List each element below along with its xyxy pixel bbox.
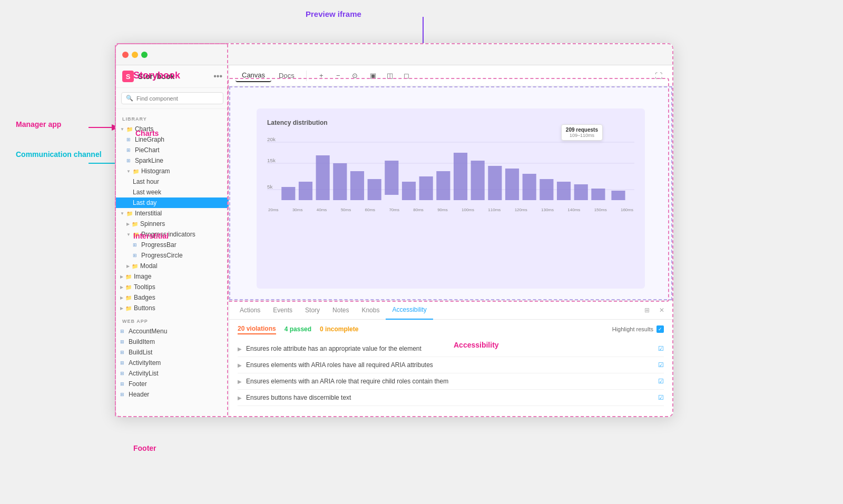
tab-events[interactable]: Events [267,301,299,320]
panel-split-button[interactable]: ⊞ [641,304,653,317]
folder-icon: 📁 [132,221,138,227]
search-input-wrap[interactable]: 🔍 [121,92,223,104]
panel-tab-actions: ⊞ ✕ [641,304,668,317]
sidebar-item-histogram[interactable]: ▼ 📁 Histogram [116,166,229,176]
svg-rect-29 [540,179,553,200]
tab-actions[interactable]: Actions [233,301,267,320]
tab-accessibility[interactable]: Accessibility [386,301,433,320]
passed-badge[interactable]: 4 passed [285,324,311,334]
sidebar-item-last-day[interactable]: Last day [116,197,229,208]
zoom-reset-button[interactable]: ⊙ [348,68,362,83]
close-button[interactable] [122,52,129,58]
folder-icon: 📁 [133,169,139,174]
sidebar-item-linegraph[interactable]: ⊞ LineGraph [116,134,229,145]
component-icon: ⊞ [120,371,126,376]
maximize-button[interactable] [141,52,148,58]
component-icon: ⊞ [126,137,133,142]
chart-tooltip: 209 requests 109–110ms [561,124,603,141]
sidebar-item-header[interactable]: ⊞ Header [116,389,229,400]
svg-rect-19 [368,179,381,200]
zoom-out-button[interactable]: − [331,68,346,83]
highlight-row: Highlight results ✓ [612,325,664,333]
sidebar-item-accountmenu[interactable]: ⊞ AccountMenu [116,326,229,337]
svg-rect-17 [333,163,347,200]
sidebar-item-footer[interactable]: ⊞ Footer [116,379,229,389]
expand-icon[interactable]: ▶ [238,395,242,401]
sidebar-item-charts[interactable]: ▼ 📁 Charts [116,124,229,134]
layout-icon-3[interactable]: ◻ [399,68,414,83]
sidebar-item-label: Image [134,273,151,280]
sidebar-item-buttons[interactable]: ▶ 📁 Buttons [116,303,229,313]
svg-rect-26 [488,166,502,200]
expand-icon[interactable]: ▶ [238,379,242,384]
svg-rect-27 [505,169,519,200]
sidebar-menu-button[interactable]: ••• [213,72,222,81]
sidebar-content: LIBRARY ▼ 📁 Charts ⊞ LineGraph ⊞ PieChar… [116,109,229,416]
sidebar-item-last-week[interactable]: Last week [116,187,229,197]
folder-icon: 📁 [132,263,138,269]
sidebar-item-spinners[interactable]: ▶ 📁 Spinners [116,219,229,229]
layout-icon-2[interactable]: ◫ [383,68,397,83]
component-icon: ⊞ [126,158,133,163]
sidebar-item-image[interactable]: ▶ 📁 Image [116,271,229,282]
sidebar-item-interstitial[interactable]: ▼ 📁 Interstitial [116,208,229,219]
a11y-row-4: ▶ Ensures buttons have discernible text … [238,390,664,406]
sidebar-item-progressbar[interactable]: ⊞ ProgressBar [116,240,229,250]
incomplete-badge[interactable]: 0 incomplete [320,324,358,334]
tab-canvas[interactable]: Canvas [236,69,271,82]
sidebar-item-buildlist[interactable]: ⊞ BuildList [116,347,229,358]
charts-outer-label: Charts [135,129,159,137]
tab-notes[interactable]: Notes [326,301,355,320]
search-icon: 🔍 [126,95,133,102]
a11y-rule-text: Ensures role attribute has an appropriat… [246,345,654,352]
layout-icon-1[interactable]: ▣ [366,68,380,83]
search-input[interactable] [136,95,219,102]
sidebar-item-label: Last day [133,199,156,206]
fullscreen-button[interactable]: ⛶ [651,68,666,83]
sidebar-item-sparkline[interactable]: ⊞ SparkLine [116,155,229,166]
svg-rect-20 [385,161,398,195]
webapp-section-label: WEB APP [116,313,229,326]
component-icon: ⊞ [120,350,126,355]
panel-close-button[interactable]: ✕ [655,304,668,317]
component-icon: ⊞ [133,253,139,258]
sidebar-item-progresscircle[interactable]: ⊞ ProgressCircle [116,250,229,261]
tab-knobs[interactable]: Knobs [355,301,386,320]
component-icon: ⊞ [120,360,126,365]
chevron-icon: ▶ [126,264,130,269]
chevron-icon: ▼ [126,169,131,174]
main-window: S Storybook ••• 🔍 LIBRARY ▼ 📁 Charts [115,43,673,417]
tab-story[interactable]: Story [299,301,326,320]
sidebar-item-label: BuildItem [129,338,155,345]
folder-icon: 📁 [125,284,132,290]
violations-badge[interactable]: 20 violations [238,324,276,334]
sidebar-item-last-hour[interactable]: Last hour [116,176,229,187]
sidebar-item-label: Histogram [141,167,170,175]
search-bar: 🔍 [116,88,229,109]
highlight-checkbox[interactable]: ✓ [656,325,664,333]
sidebar-item-piechart[interactable]: ⊞ PieChart [116,145,229,155]
zoom-in-button[interactable]: + [314,68,329,83]
sidebar-item-modal[interactable]: ▶ 📁 Modal [116,261,229,271]
component-icon: ⊞ [126,147,133,153]
main-area: Canvas Docs + − ⊙ ▣ ◫ ◻ ⛶ [229,65,672,416]
sidebar-item-activitylist[interactable]: ⊞ ActivityList [116,368,229,379]
minimize-button[interactable] [132,52,138,58]
accessibility-outer-label: Accessibility [454,341,499,349]
sidebar-item-builditem[interactable]: ⊞ BuildItem [116,337,229,347]
tab-docs[interactable]: Docs [272,70,301,82]
traffic-lights [122,52,148,58]
svg-text:15k: 15k [267,157,276,163]
sidebar-item-tooltips[interactable]: ▶ 📁 Tooltips [116,282,229,292]
svg-rect-18 [350,171,364,200]
panel-tabs: Actions Events Story Notes Knobs Accessi… [229,301,672,320]
expand-icon[interactable]: ▶ [238,362,242,368]
sidebar-item-activityitem[interactable]: ⊞ ActivityItem [116,358,229,368]
a11y-row-1: ▶ Ensures role attribute has an appropri… [238,341,664,357]
sidebar-item-badges[interactable]: ▶ 📁 Badges [116,292,229,303]
chevron-icon: ▶ [126,222,130,226]
chevron-icon: ▶ [120,295,123,300]
sidebar-item-label: ProgressBar [141,241,177,249]
expand-icon[interactable]: ▶ [238,346,242,352]
a11y-row-2: ▶ Ensures elements with ARIA roles have … [238,357,664,373]
